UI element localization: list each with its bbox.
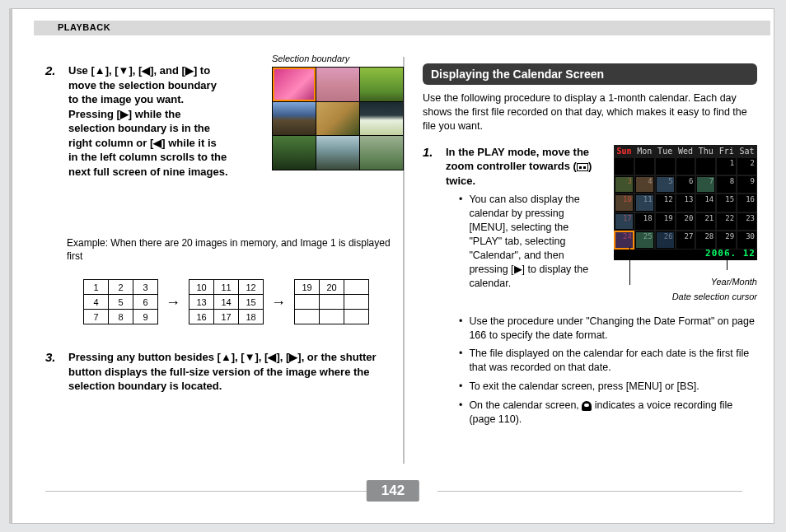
- day-tue: Tue: [655, 145, 676, 157]
- bullet-dot-icon: •: [459, 380, 462, 394]
- selection-boundary-label: Selection boundary: [272, 54, 349, 63]
- bullet-item: • On the calendar screen, indicates a vo…: [459, 399, 757, 427]
- calendar-cell: 22: [716, 212, 737, 231]
- manual-page: PLAYBACK 2. Use [▲], [▼], [◀], and [▶] t…: [12, 8, 774, 524]
- right-column: Displaying the Calendar Screen Use the f…: [423, 63, 757, 432]
- thumb-3: [360, 68, 403, 101]
- leader-line: [727, 254, 728, 270]
- day-sat: Sat: [737, 145, 757, 157]
- calendar-cell: [614, 157, 634, 175]
- calendar-cell: [695, 157, 716, 175]
- bullet-dot-icon: •: [459, 399, 462, 427]
- step-body: Use [▲], [▼], [◀], and [▶] to move the s…: [68, 63, 228, 228]
- day-fri: Fri: [716, 145, 737, 157]
- calendar-cell: 28: [695, 231, 716, 249]
- calendar-cell: 5: [655, 175, 676, 194]
- bullets-wide: •Use the procedure under "Changing the D…: [459, 315, 757, 427]
- thumb-7: [273, 136, 316, 170]
- thumb-6: [360, 102, 403, 136]
- bullet-text-a: On the calendar screen,: [469, 399, 582, 411]
- day-thu: Thu: [695, 145, 716, 157]
- calendar-cell: 23: [737, 212, 757, 231]
- example-text: Example: When there are 20 images in mem…: [67, 236, 391, 263]
- bullet-item: •To exit the calendar screen, press [MEN…: [459, 380, 757, 394]
- calendar-cell: 12: [655, 194, 676, 212]
- calendar-cell: 10: [614, 194, 634, 212]
- step-text-a: In the PLAY mode, move the zoom controll…: [446, 146, 589, 173]
- bullet-text: To exit the calendar screen, press [MENU…: [469, 380, 699, 394]
- calendar-cell: 8: [716, 175, 737, 194]
- header-bar: [34, 21, 770, 35]
- bullet-text: On the calendar screen, indicates a voic…: [469, 399, 757, 427]
- step-number: 2.: [45, 63, 63, 228]
- voice-recording-icon: [582, 401, 592, 411]
- section-heading: Displaying the Calendar Screen: [423, 63, 757, 85]
- calendar-body: 1234567891011121314151617181920212223242…: [614, 157, 757, 250]
- calendar-cell: 21: [695, 212, 716, 231]
- step-body: Pressing any button besides [▲], [▼], [◀…: [68, 350, 381, 394]
- calendar-cell: 6: [676, 175, 696, 194]
- calendar-cell: 11: [634, 194, 655, 212]
- step-number: 3.: [45, 350, 63, 394]
- zoom-wide-icon: [577, 163, 588, 171]
- calendar-cell: [676, 157, 696, 175]
- calendar-cell: [634, 157, 655, 175]
- calendar-cell: 3: [614, 175, 634, 194]
- calendar-cell: 25: [634, 231, 655, 249]
- arrow-right-icon: →: [166, 294, 180, 311]
- calendar-cell: 29: [716, 231, 737, 249]
- calendar-cell: 2: [737, 157, 757, 175]
- step-3: 3. Pressing any button besides [▲], [▼],…: [45, 350, 391, 394]
- calendar-cell: 14: [695, 194, 716, 212]
- bullet-dot-icon: •: [459, 347, 462, 375]
- calendar-cell: 24: [614, 231, 634, 249]
- calendar-yearmonth: 2006. 12: [705, 248, 756, 259]
- grid-3: 1920: [294, 279, 369, 324]
- calendar-cell: 18: [634, 212, 655, 231]
- bullet-item: •The file displayed on the calendar for …: [459, 347, 757, 375]
- footer-rule: [437, 491, 742, 492]
- label-cursor: Date selection cursor: [609, 292, 757, 301]
- calendar-cell: 9: [737, 175, 757, 194]
- calendar-cell: [655, 157, 676, 175]
- section-label: PLAYBACK: [58, 22, 110, 32]
- calendar-cell: 16: [737, 194, 757, 212]
- thumb-5: [316, 102, 359, 136]
- calendar-cell: 27: [676, 231, 696, 249]
- day-sun: Sun: [614, 145, 634, 157]
- thumb-9: [360, 136, 403, 170]
- thumbnail-grid: [272, 67, 404, 170]
- bullet-text: The file displayed on the calendar for e…: [469, 347, 757, 375]
- day-mon: Mon: [634, 145, 655, 157]
- calendar-cell: 26: [655, 231, 676, 249]
- left-column: 2. Use [▲], [▼], [◀], and [▶] to move th…: [45, 63, 391, 402]
- intro-text: Use the following procedure to display a…: [423, 91, 757, 133]
- calendar-cell: 4: [634, 175, 655, 194]
- calendar-cell: 17: [614, 212, 634, 231]
- calendar-cell: 1: [716, 157, 737, 175]
- calendar-cell: 15: [716, 194, 737, 212]
- bullet-dot-icon: •: [459, 193, 462, 290]
- calendar-dayheader: Sun Mon Tue Wed Thu Fri Sat: [614, 145, 757, 157]
- calendar-cell: 7: [695, 175, 716, 194]
- day-wed: Wed: [676, 145, 696, 157]
- thumb-4: [273, 102, 316, 136]
- bullet-text: Use the procedure under "Changing the Da…: [469, 315, 757, 343]
- footer-rule: [45, 491, 372, 492]
- grid-2: 101112 131415 161718: [189, 279, 264, 324]
- thumb-2: [316, 68, 359, 101]
- calendar-cell: 13: [676, 194, 696, 212]
- bullet-dot-icon: •: [459, 315, 462, 343]
- leader-line: [629, 247, 630, 285]
- calendar-cell: 19: [655, 212, 676, 231]
- calendar-screenshot: Sun Mon Tue Wed Thu Fri Sat 123456789101…: [614, 145, 757, 260]
- grid-1: 123 456 789: [83, 279, 158, 324]
- thumb-1-selected: [273, 68, 316, 101]
- step-body: In the PLAY mode, move the zoom controll…: [446, 145, 604, 189]
- calendar-cell: 30: [737, 231, 757, 249]
- grid-sequence: 123 456 789 → 101112 131415 161718 → 192…: [83, 279, 391, 332]
- calendar-cell: 20: [676, 212, 696, 231]
- step-number: 1.: [423, 145, 441, 189]
- label-yearmonth: Year/Month: [711, 277, 757, 287]
- bullet-item: •Use the procedure under "Changing the D…: [459, 315, 757, 343]
